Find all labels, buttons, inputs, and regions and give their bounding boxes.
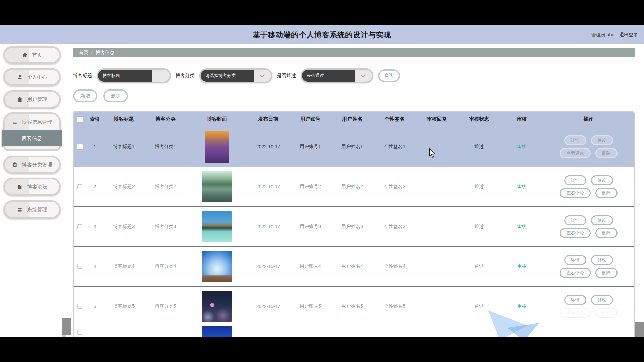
table-row[interactable]: 2 博客标题2 博客分类2 2022-10-17 用户账号2 用户姓名2 个性签… xyxy=(74,167,634,207)
select-all-checkbox[interactable] xyxy=(77,117,82,122)
audit-link[interactable]: 审核 xyxy=(517,263,526,269)
breadcrumb-separator: / xyxy=(91,50,93,55)
delete-button[interactable]: 删除 xyxy=(103,89,128,102)
table-row[interactable]: 4 博客标题4 博客分类4 2022-10-17 用户账号4 用户姓名4 个性签… xyxy=(74,247,634,287)
column-header: 审核 xyxy=(500,112,543,127)
row-checkbox[interactable] xyxy=(77,264,82,269)
row-select-cell xyxy=(74,167,86,207)
input-suffix xyxy=(152,70,170,82)
edit-button[interactable]: 修改 xyxy=(591,175,613,185)
edit-button[interactable]: 修改 xyxy=(591,135,613,145)
user-name: 管理员 abo xyxy=(591,32,614,38)
logout-link[interactable]: 退出登录 xyxy=(619,32,638,38)
row-cover-cell xyxy=(187,287,247,326)
add-button[interactable]: 新增 xyxy=(73,89,97,102)
row-index xyxy=(86,326,104,338)
sidebar-subitem-blog-info[interactable]: 博客信息 xyxy=(2,130,62,146)
action-row: 查看评论 删除 xyxy=(557,268,620,278)
vertical-scrollbar-thumb[interactable] xyxy=(62,318,71,335)
row-actions: 详情 修改 查看评论 删除 xyxy=(543,127,634,167)
row-checkbox[interactable] xyxy=(77,224,82,229)
sidebar-item-personal-center[interactable]: 个人中心 xyxy=(3,68,61,86)
header-select-all-cell xyxy=(74,112,86,127)
sidebar-item-blog-forum[interactable]: 博客论坛 xyxy=(3,178,61,196)
row-checkbox[interactable] xyxy=(77,304,82,309)
edit-button[interactable]: 修改 xyxy=(591,215,613,225)
blog-title-input[interactable]: 博客标题 xyxy=(97,68,171,83)
blog-category-select[interactable]: 请选择博客分类 xyxy=(199,68,272,83)
column-header: 操作 xyxy=(543,112,634,127)
sidebar-item-blog-category-management[interactable]: 博客分类管理 xyxy=(3,156,61,174)
blog-category-label: 博客分类 xyxy=(176,73,195,79)
row-title: 博客标题1 xyxy=(104,127,144,167)
view-comments-button[interactable]: 查看评论 xyxy=(560,148,591,158)
table-row[interactable]: 3 博客标题3 博客分类3 2022-10-17 用户账号3 用户姓名3 个性签… xyxy=(74,207,634,247)
home-icon xyxy=(22,52,28,58)
view-comments-button[interactable]: 查看评论 xyxy=(560,268,591,278)
detail-button[interactable]: 详情 xyxy=(564,255,586,265)
audit-link[interactable]: 审核 xyxy=(517,224,526,230)
row-audit-cell xyxy=(500,326,543,338)
row-index: 5 xyxy=(86,287,104,326)
pass-select[interactable]: 是否通过 xyxy=(301,68,373,83)
row-select-cell xyxy=(74,247,86,287)
delete-row-button[interactable]: 删除 xyxy=(595,268,618,278)
row-date xyxy=(247,326,289,338)
delete-row-button[interactable]: 删除 xyxy=(595,228,618,238)
detail-button[interactable]: 详情 xyxy=(564,135,586,145)
sidebar-subitem-label: 博客信息 xyxy=(22,135,42,142)
row-actions: 详情 修改 查看评论 删除 xyxy=(543,287,634,326)
view-comments-button[interactable]: 查看评论 xyxy=(560,308,591,318)
detail-button[interactable]: 详情 xyxy=(564,215,586,225)
vertical-scrollbar-thumb[interactable] xyxy=(635,322,644,337)
view-comments-button[interactable]: 查看评论 xyxy=(560,228,591,238)
audit-link[interactable]: 审核 xyxy=(517,184,526,190)
column-header: 发布日期 xyxy=(247,112,289,127)
sidebar-item-system-management[interactable]: 系统管理 xyxy=(3,200,61,219)
row-category: 博客分类2 xyxy=(144,167,187,207)
column-header: 审核回复 xyxy=(416,112,458,127)
clipboard-icon xyxy=(17,97,23,102)
row-account: 用户账号4 xyxy=(289,247,331,287)
view-comments-button[interactable]: 查看评论 xyxy=(560,188,591,198)
delete-row-button[interactable]: 删除 xyxy=(595,188,618,198)
edit-button[interactable]: 修改 xyxy=(591,255,613,265)
row-title: 博客标题3 xyxy=(104,207,144,247)
row-signature: 个性签名2 xyxy=(373,167,416,207)
row-audit-reply xyxy=(416,287,458,326)
row-date: 2022-10-17 xyxy=(247,247,289,287)
row-category: 博客分类1 xyxy=(144,127,187,167)
row-checkbox[interactable] xyxy=(77,184,82,189)
row-audit-cell: 审核 xyxy=(500,287,543,326)
row-checkbox[interactable] xyxy=(77,330,82,335)
detail-button[interactable]: 详情 xyxy=(564,295,586,305)
row-date: 2022-10-17 xyxy=(247,207,289,247)
sidebar-item-blog-info-management[interactable]: 博客信息管理 xyxy=(3,112,61,130)
sidebar-item-home[interactable]: 首页 xyxy=(3,46,61,64)
clipboard-x-icon xyxy=(12,162,18,168)
row-signature: 个性签名1 xyxy=(373,127,416,167)
page-title: 基于移动端的个人博客系统的设计与实现 xyxy=(0,25,644,44)
sidebar-item-user-management[interactable]: 用户管理 xyxy=(3,90,61,108)
screen: 基于移动端的个人博客系统的设计与实现 管理员 abo 退出登录 首页 个人中心 … xyxy=(0,0,644,362)
grid-icon xyxy=(17,207,23,213)
row-name: 用户姓名2 xyxy=(331,167,373,207)
table-row[interactable] xyxy=(74,326,634,338)
detail-button[interactable]: 详情 xyxy=(564,175,586,185)
audit-link[interactable]: 审核 xyxy=(517,303,526,309)
row-title: 博客标题2 xyxy=(104,167,144,207)
row-checkbox[interactable] xyxy=(77,144,82,149)
delete-row-button[interactable]: 删除 xyxy=(595,308,618,318)
table-body: 1 博客标题1 博客分类1 2022-10-17 用户账号1 用户姓名1 个性签… xyxy=(74,127,634,338)
audit-link[interactable]: 审核 xyxy=(517,144,526,150)
row-audit-status xyxy=(458,326,500,338)
breadcrumb-home-link[interactable]: 首页 xyxy=(79,50,88,56)
delete-row-button[interactable]: 删除 xyxy=(595,148,618,158)
edit-button[interactable]: 修改 xyxy=(591,295,613,305)
query-button[interactable]: 查询 xyxy=(378,69,400,82)
table-row[interactable]: 5 博客标题5 博客分类5 2022-10-17 用户账号5 用户姓名5 个性签… xyxy=(74,287,634,326)
row-title: 博客标题4 xyxy=(104,247,144,287)
table-row[interactable]: 1 博客标题1 博客分类1 2022-10-17 用户账号1 用户姓名1 个性签… xyxy=(74,127,634,167)
row-cover-cell xyxy=(187,247,247,287)
action-row: 查看评论 删除 xyxy=(557,148,620,158)
